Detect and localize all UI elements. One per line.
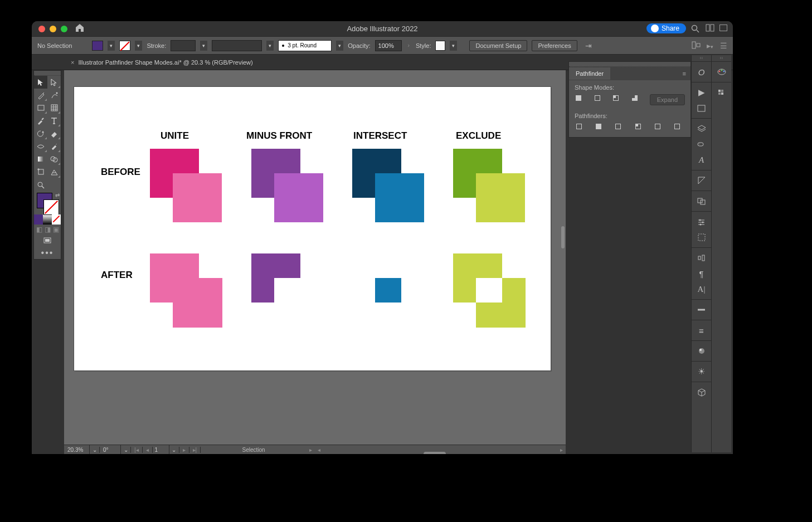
transform-panel-icon[interactable]	[692, 193, 711, 209]
first-artboard-icon[interactable]: |◂	[131, 447, 143, 453]
pathfinder-tab[interactable]: Pathfinder	[569, 67, 610, 80]
stroke-color[interactable]	[43, 199, 59, 215]
rotate-dropdown[interactable]: ⌄	[121, 447, 131, 453]
swatches-panel-icon[interactable]	[712, 85, 731, 100]
draw-normal-icon[interactable]: ◧	[36, 226, 42, 233]
type-tool[interactable]	[47, 114, 61, 127]
dock-grip[interactable]: ‹‹	[692, 55, 711, 61]
variable-width-profile[interactable]	[212, 40, 262, 51]
pen-tool[interactable]	[34, 89, 47, 101]
pathfinder-crop[interactable]	[634, 123, 645, 134]
edit-toolbar-button[interactable]: •••	[34, 247, 61, 259]
artboard-tool[interactable]	[34, 165, 47, 178]
gradient-tool[interactable]	[34, 153, 47, 165]
fill-stroke-indicator[interactable]: ⇄	[34, 191, 61, 214]
artboard-number[interactable]: 1	[153, 445, 169, 455]
panel-menu-icon[interactable]: ≡	[678, 70, 691, 77]
align-panel-icon[interactable]	[692, 250, 711, 266]
perspective-tool[interactable]	[47, 165, 61, 178]
search-icon[interactable]	[691, 25, 699, 35]
canvas-area[interactable]: UNITE MINUS FRONT INTERSECT EXCLUDE BEFO…	[64, 70, 566, 445]
shape-mode-minus-front[interactable]	[594, 94, 605, 105]
links-panel-icon[interactable]	[692, 136, 711, 152]
arrange-documents-icon[interactable]	[706, 25, 714, 33]
brush-definition[interactable]: 3 pt. Round	[278, 40, 332, 51]
pathfinder-merge[interactable]	[614, 123, 626, 134]
shape-mode-unite[interactable]	[575, 94, 586, 105]
opentype-panel-icon[interactable]: O	[692, 64, 711, 80]
preferences-button[interactable]: Preferences	[532, 40, 577, 51]
color-mode-none[interactable]	[52, 214, 61, 225]
hscroll-thumb[interactable]	[424, 452, 446, 454]
fill-swatch[interactable]	[92, 41, 103, 51]
color-panel-icon[interactable]	[712, 64, 731, 80]
appearance-panel-icon[interactable]	[692, 343, 711, 359]
pathfinder-trim[interactable]	[594, 123, 606, 134]
paintbrush-tool[interactable]	[34, 114, 47, 127]
list-panel-icon[interactable]: ≡	[692, 323, 711, 338]
screen-mode-icon[interactable]	[719, 25, 727, 31]
artboard-dropdown[interactable]: ⌄	[169, 447, 179, 453]
swap-fill-stroke-icon[interactable]: ⇄	[55, 192, 60, 198]
selection-tool[interactable]	[34, 76, 47, 89]
direct-selection-tool[interactable]	[47, 76, 61, 89]
stroke-weight-field[interactable]	[171, 40, 196, 51]
curvature-tool[interactable]	[47, 89, 61, 101]
share-button[interactable]: Share	[646, 23, 686, 33]
rotate-tool[interactable]	[34, 127, 47, 140]
document-setup-button[interactable]: Document Setup	[469, 40, 527, 51]
hscroll-left-icon[interactable]: ◂	[315, 447, 323, 453]
bulleted-list-icon[interactable]: ☰	[720, 41, 727, 50]
essentials-dropdown-icon[interactable]: ▸▾	[707, 41, 713, 50]
grid-panel-icon[interactable]	[692, 230, 711, 245]
next-artboard-icon[interactable]: ▸	[179, 447, 189, 453]
layers-panel-icon[interactable]	[692, 121, 711, 136]
paragraph-panel-icon[interactable]: ¶	[692, 266, 711, 281]
zoom-level[interactable]: 20.3%	[64, 445, 90, 455]
shape-mode-exclude[interactable]	[631, 94, 642, 105]
hscroll-right-icon[interactable]: ▸	[307, 447, 315, 453]
draw-behind-icon[interactable]: ◨	[45, 226, 51, 233]
document-tab[interactable]: Illustrator Pathfinder Shape Modes.ai* @…	[78, 59, 252, 66]
close-tab-icon[interactable]: ×	[71, 59, 74, 66]
dock-grip-2[interactable]: ‹‹	[712, 55, 731, 61]
stroke-panel-icon[interactable]	[692, 302, 711, 318]
zoom-dropdown[interactable]: ⌄	[90, 447, 100, 453]
style-dd[interactable]: ▾	[450, 41, 457, 51]
image-trace-panel-icon[interactable]	[692, 173, 711, 188]
hscroll-end-icon[interactable]: ▸	[557, 447, 566, 453]
artboards-panel-icon[interactable]	[692, 100, 711, 116]
eyedropper-tool[interactable]	[47, 140, 61, 153]
last-artboard-icon[interactable]: ▸|	[189, 447, 201, 453]
zoom-tool[interactable]	[34, 178, 47, 191]
vertical-scrollbar-thumb[interactable]	[561, 226, 565, 248]
expand-button[interactable]: Expand	[650, 94, 685, 105]
rotate-view[interactable]: 0°	[100, 445, 121, 455]
brush-dd[interactable]: ▾	[336, 41, 343, 51]
shape-builder-tool[interactable]	[47, 153, 61, 165]
isolate-icon[interactable]: ⇥	[585, 41, 592, 50]
panel-grip[interactable]	[569, 62, 691, 67]
character-panel-icon[interactable]: A	[692, 152, 711, 168]
glyphs-panel-icon[interactable]: A|	[692, 281, 711, 297]
gradient-panel-icon[interactable]: ☀	[692, 364, 711, 379]
shape-mode-intersect[interactable]	[612, 94, 623, 105]
screen-mode-button[interactable]	[34, 235, 61, 247]
color-mode-solid[interactable]	[34, 214, 43, 225]
prev-artboard-icon[interactable]: ◂	[143, 447, 153, 453]
tools-grip[interactable]	[34, 71, 61, 76]
fill-dropdown[interactable]: ▾	[108, 41, 115, 51]
adjust-panel-icon[interactable]	[692, 214, 711, 230]
stroke-dropdown[interactable]: ▾	[135, 41, 142, 51]
width-tool[interactable]	[34, 140, 47, 153]
pathfinder-minus-back[interactable]	[673, 123, 685, 134]
rectangle-tool[interactable]	[34, 101, 47, 114]
graphic-style-swatch[interactable]	[435, 41, 445, 51]
opacity-field[interactable]: 100%	[375, 40, 402, 51]
3d-panel-icon[interactable]	[692, 384, 711, 400]
var-width-dd[interactable]: ▾	[266, 41, 274, 51]
pathfinder-outline[interactable]	[653, 123, 665, 134]
pathfinder-divide[interactable]	[575, 123, 586, 134]
actions-panel-icon[interactable]: ▶	[692, 85, 711, 100]
color-mode-gradient[interactable]	[43, 214, 52, 225]
